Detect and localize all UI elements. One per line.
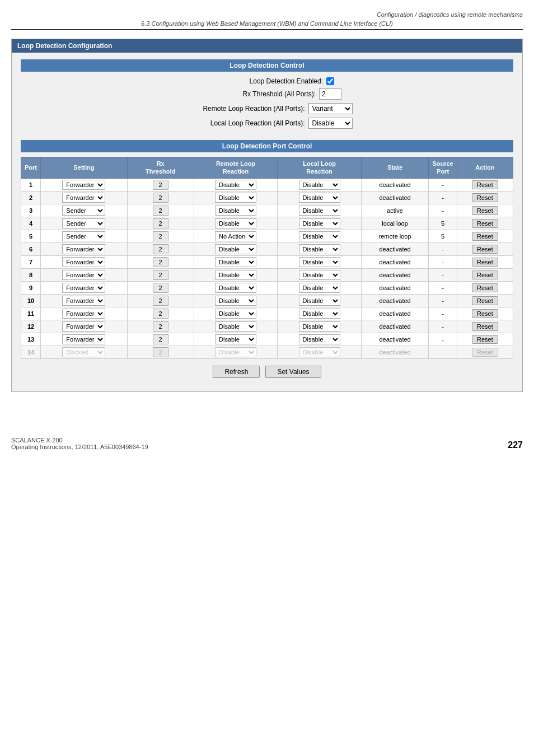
setting-cell-11: ForwarderSenderBlocked [41,307,128,320]
setting-cell-12: ForwarderSenderBlocked [41,320,128,333]
local-loop-select-13[interactable]: DisableNo Action [299,334,340,344]
reset-button-12[interactable]: Reset [472,322,498,331]
setting-select-1[interactable]: ForwarderSenderBlocked [62,180,105,190]
remote-loop-select-14[interactable]: DisableNo Action [215,347,256,357]
local-loop-select-1[interactable]: DisableNo Action [299,180,340,190]
local-loop-select-9[interactable]: DisableNo Action [299,283,340,293]
local-loop-cell-3: DisableNo Action [278,204,361,217]
rx-threshold-input-8[interactable] [153,270,168,280]
remote-loop-select-9[interactable]: DisableNo Action [215,283,256,293]
remote-loop-select-12[interactable]: DisableNo Action [215,321,256,332]
setting-select-12[interactable]: ForwarderSenderBlocked [62,321,105,332]
setting-select-2[interactable]: ForwarderSenderBlocked [62,193,105,203]
rx-threshold-input-7[interactable] [153,257,168,267]
set-values-button[interactable]: Set Values [265,366,321,378]
rx-threshold-input-4[interactable] [153,218,168,228]
reset-button-8[interactable]: Reset [472,270,498,279]
table-row: 6ForwarderSenderBlockedDisableNo ActionD… [21,242,513,255]
local-loop-select-2[interactable]: DisableNo Action [299,193,340,203]
remote-loop-cell-8: DisableNo Action [194,268,278,281]
rx-threshold-input-5[interactable] [153,231,168,241]
local-loop-select-7[interactable]: DisableNo Action [299,257,340,267]
reset-button-7[interactable]: Reset [472,258,498,267]
table-row: 5ForwarderSenderBlockedDisableNo ActionD… [21,230,513,242]
refresh-button[interactable]: Refresh [213,366,260,378]
rx-threshold-input-11[interactable] [153,309,168,319]
action-cell-13: Reset [457,333,513,346]
remote-loop-select-13[interactable]: DisableNo Action [215,334,256,344]
local-loop-select[interactable]: Disable No Action Variant [308,118,353,129]
loop-detection-checkbox[interactable] [326,77,334,85]
setting-select-5[interactable]: ForwarderSenderBlocked [62,231,105,241]
state-cell-1: deactivated [361,178,429,191]
reset-button-9[interactable]: Reset [472,283,498,292]
local-loop-select-3[interactable]: DisableNo Action [299,206,340,216]
local-loop-select-6[interactable]: DisableNo Action [299,244,340,254]
setting-select-14[interactable]: ForwarderSenderBlocked [62,347,105,357]
rx-threshold-input-10[interactable] [153,296,168,306]
setting-select-9[interactable]: ForwarderSenderBlocked [62,283,105,293]
action-cell-10: Reset [457,294,513,307]
setting-select-11[interactable]: ForwarderSenderBlocked [62,309,105,319]
local-loop-select-14[interactable]: DisableNo Action [299,347,340,357]
setting-select-6[interactable]: ForwarderSenderBlocked [62,244,105,254]
rx-threshold-input-3[interactable] [153,206,168,216]
local-loop-cell-13: DisableNo Action [278,333,361,346]
port-num-4: 4 [21,217,41,230]
rx-threshold-input-2[interactable] [153,193,168,203]
remote-loop-select-2[interactable]: DisableNo Action [215,193,256,203]
rx-threshold-input-6[interactable] [153,244,168,254]
reset-button-3[interactable]: Reset [472,206,498,215]
local-loop-select-12[interactable]: DisableNo Action [299,321,340,332]
remote-loop-select-5[interactable]: DisableNo Action [215,231,256,241]
remote-loop-cell-12: DisableNo Action [194,320,278,333]
rx-threshold-input-9[interactable] [153,283,168,293]
remote-loop-select-7[interactable]: DisableNo Action [215,257,256,267]
table-row: 14ForwarderSenderBlockedDisableNo Action… [21,346,513,358]
setting-select-4[interactable]: ForwarderSenderBlocked [62,218,105,228]
reset-button-6[interactable]: Reset [472,245,498,254]
rx-threshold-cell-7 [127,255,194,268]
source-port-cell-5: 5 [429,230,457,242]
source-port-cell-6: - [429,242,457,255]
reset-button-2[interactable]: Reset [472,193,498,202]
rx-threshold-input-1[interactable] [153,180,168,190]
rx-threshold-input[interactable] [319,88,341,100]
reset-button-11[interactable]: Reset [472,309,498,318]
local-loop-select-4[interactable]: DisableNo Action [299,218,340,228]
remote-loop-select-4[interactable]: DisableNo Action [215,218,256,228]
setting-select-3[interactable]: ForwarderSenderBlocked [62,206,105,216]
setting-select-8[interactable]: ForwarderSenderBlocked [62,270,105,280]
remote-loop-select-10[interactable]: DisableNo Action [215,296,256,306]
remote-loop-cell-7: DisableNo Action [194,255,278,268]
rx-threshold-cell-2 [127,191,194,204]
remote-loop-select-3[interactable]: DisableNo Action [215,206,256,216]
setting-cell-5: ForwarderSenderBlocked [41,230,128,242]
reset-button-13[interactable]: Reset [472,335,498,344]
reset-button-1[interactable]: Reset [472,180,498,189]
setting-select-10[interactable]: ForwarderSenderBlocked [62,296,105,306]
remote-loop-select-8[interactable]: DisableNo Action [215,270,256,280]
state-cell-6: deactivated [361,242,429,255]
remote-loop-select-11[interactable]: DisableNo Action [215,309,256,319]
col-setting: Setting [41,157,128,179]
port-num-9: 9 [21,281,41,294]
remote-loop-select-1[interactable]: DisableNo Action [215,180,256,190]
rx-threshold-input-13[interactable] [153,334,168,344]
reset-button-4[interactable]: Reset [472,219,498,228]
local-loop-select-11[interactable]: DisableNo Action [299,309,340,319]
reset-button-10[interactable]: Reset [472,296,498,305]
action-cell-9: Reset [457,281,513,294]
rx-threshold-input-12[interactable] [153,321,168,332]
action-cell-5: Reset [457,230,513,242]
remote-loop-select[interactable]: Disable No Action Variant [308,103,353,114]
local-loop-select-8[interactable]: DisableNo Action [299,270,340,280]
setting-cell-7: ForwarderSenderBlocked [41,255,128,268]
setting-select-13[interactable]: ForwarderSenderBlocked [62,334,105,344]
local-loop-select-10[interactable]: DisableNo Action [299,296,340,306]
rx-threshold-input-14[interactable] [153,347,168,357]
reset-button-5[interactable]: Reset [472,232,498,241]
local-loop-select-5[interactable]: DisableNo Action [299,231,340,241]
remote-loop-select-6[interactable]: DisableNo Action [215,244,256,254]
setting-select-7[interactable]: ForwarderSenderBlocked [62,257,105,267]
